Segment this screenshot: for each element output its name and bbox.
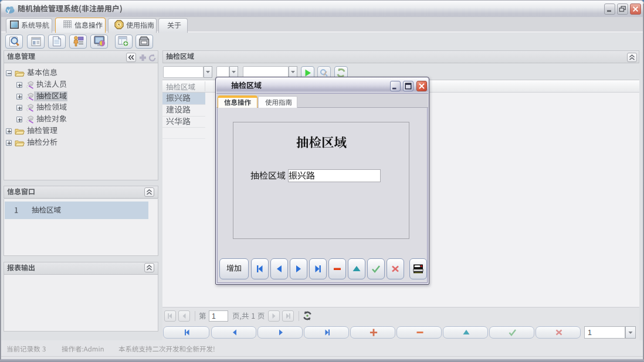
- svg-text:y: y: [7, 7, 11, 13]
